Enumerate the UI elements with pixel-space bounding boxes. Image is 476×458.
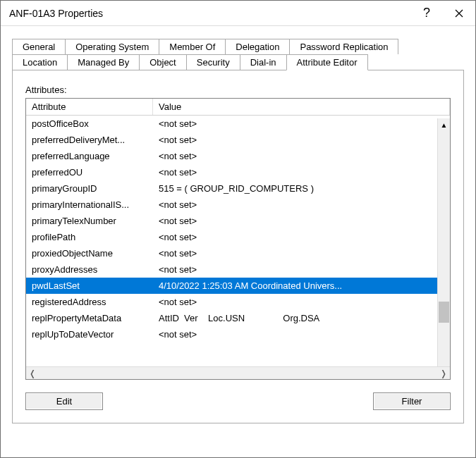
column-attribute[interactable]: Attribute [26,99,153,115]
scroll-left-arrow-icon[interactable]: ❬ [29,369,36,378]
tab-row-2: Location Managed By Object Security Dial… [12,54,464,70]
table-row[interactable]: preferredDeliveryMet...<not set> [26,132,450,148]
attribute-name: postOfficeBox [26,117,153,130]
attribute-name: registeredAddress [26,295,153,309]
tab-attribute-editor[interactable]: Attribute Editor [286,54,368,70]
close-button[interactable] [443,1,475,26]
horizontal-scrollbar[interactable]: ❬ ❭ [26,366,450,379]
attribute-name: preferredDeliveryMet... [26,133,153,147]
tab-operating-system[interactable]: Operating System [65,39,159,54]
scroll-right-arrow-icon[interactable]: ❭ [440,369,447,378]
attribute-name: replUpToDateVector [26,328,153,341]
attributes-listview[interactable]: Attribute Value postOfficeBox<not set>pr… [25,98,451,380]
attribute-value: <not set> [153,198,450,211]
tab-security[interactable]: Security [186,54,240,70]
vertical-scrollbar-thumb[interactable] [439,302,449,323]
vertical-scrollbar[interactable]: ▲ [437,118,450,366]
attribute-name: replPropertyMetaData [26,311,153,325]
tab-object[interactable]: Object [139,54,187,70]
table-row[interactable]: profilePath<not set> [26,229,450,245]
tab-general[interactable]: General [12,39,66,54]
attribute-name: primaryGroupID [26,182,153,195]
attribute-value: <not set> [153,295,450,309]
titlebar: ANF-01A3 Properties ? [1,1,475,26]
tab-delegation[interactable]: Delegation [225,39,290,54]
attribute-value: <not set> [153,230,450,244]
tab-managed-by[interactable]: Managed By [67,54,140,70]
attribute-value: AttID Ver Loc.USN Org.DSA [153,311,450,325]
attribute-name: proxiedObjectName [26,247,153,260]
properties-window: ANF-01A3 Properties ? General Operating … [0,0,476,458]
tab-member-of[interactable]: Member Of [159,39,226,54]
attribute-value: <not set> [153,247,450,260]
filter-button[interactable]: Filter [373,392,451,410]
table-row[interactable]: postOfficeBox<not set> [26,116,450,132]
attribute-name: primaryInternationalIS... [26,198,153,211]
attribute-name: preferredOU [26,166,153,179]
table-row[interactable]: primaryInternationalIS...<not set> [26,197,450,213]
close-icon [455,9,463,18]
table-row[interactable]: replUpToDateVector<not set> [26,326,450,342]
table-row[interactable]: replPropertyMetaDataAttID Ver Loc.USN Or… [26,310,450,326]
attribute-value: <not set> [153,214,450,228]
tab-dial-in[interactable]: Dial-in [240,54,287,70]
attribute-value: <not set> [153,166,450,179]
attribute-name: preferredLanguage [26,149,153,163]
attribute-value: <not set> [153,263,450,276]
listview-inner: Attribute Value postOfficeBox<not set>pr… [26,99,450,366]
table-row[interactable]: preferredLanguage<not set> [26,148,450,164]
attribute-name: proxyAddresses [26,263,153,276]
window-title: ANF-01A3 Properties [9,8,410,19]
attribute-name: pwdLastSet [26,279,153,292]
table-row[interactable]: proxyAddresses<not set> [26,261,450,278]
content-area: General Operating System Member Of Deleg… [1,26,475,457]
column-value[interactable]: Value [153,99,450,115]
attribute-value: 4/10/2022 1:25:03 AM Coordinated Univers… [153,279,450,292]
table-row[interactable]: registeredAddress<not set> [26,294,450,310]
tab-panel-attribute-editor: Attributes: Attribute Value postOfficeBo… [12,70,464,423]
attributes-label: Attributes: [25,85,451,95]
help-button[interactable]: ? [410,1,443,26]
tab-location[interactable]: Location [12,54,68,70]
attribute-value: <not set> [153,328,450,341]
attribute-name: primaryTelexNumber [26,214,153,228]
table-row[interactable]: primaryTelexNumber<not set> [26,213,450,229]
listview-body: postOfficeBox<not set>preferredDeliveryM… [26,116,450,342]
attribute-name: profilePath [26,230,153,244]
table-row[interactable]: preferredOU<not set> [26,164,450,180]
scroll-up-arrow-icon[interactable]: ▲ [438,118,450,131]
table-row[interactable]: primaryGroupID515 = ( GROUP_RID_COMPUTER… [26,180,450,197]
table-row[interactable]: proxiedObjectName<not set> [26,245,450,261]
attribute-value: <not set> [153,149,450,163]
attribute-value: 515 = ( GROUP_RID_COMPUTERS ) [153,182,450,195]
edit-button[interactable]: Edit [25,392,103,410]
table-row[interactable]: pwdLastSet4/10/2022 1:25:03 AM Coordinat… [26,278,450,294]
tab-strip: General Operating System Member Of Deleg… [12,39,464,423]
attribute-value: <not set> [153,117,450,130]
button-row: Edit Filter [25,392,451,410]
attribute-value: <not set> [153,133,450,147]
tab-password-replication[interactable]: Password Replication [289,39,398,54]
listview-header: Attribute Value [26,99,450,116]
tab-row-1: General Operating System Member Of Deleg… [12,39,464,54]
